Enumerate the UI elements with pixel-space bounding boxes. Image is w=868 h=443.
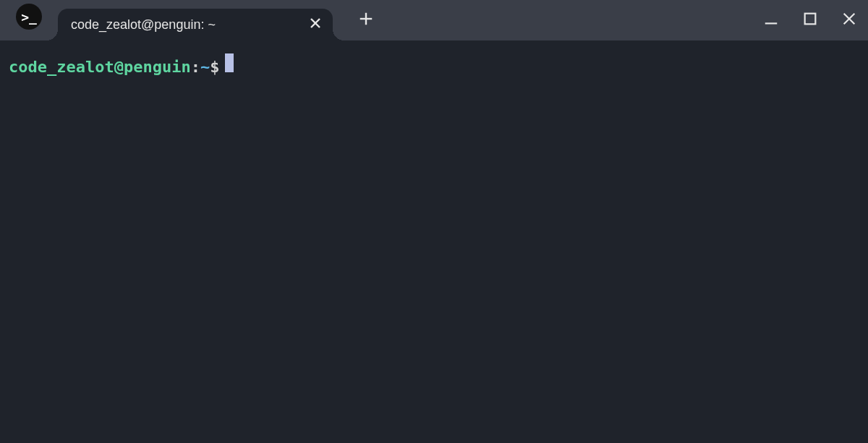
tab-active[interactable]: code_zealot@penguin: ~ [58,9,333,40]
close-icon [310,17,321,33]
title-bar: >_ code_zealot@penguin: ~ [0,0,868,40]
prompt-user-host: code_zealot@penguin [9,56,191,78]
minimize-icon [763,11,779,30]
text-cursor [225,53,234,72]
window-maximize-button[interactable] [800,10,820,30]
new-tab-button[interactable] [352,6,380,35]
tab-title: code_zealot@penguin: ~ [71,17,216,33]
close-icon [841,11,857,30]
window-minimize-button[interactable] [761,10,781,30]
window-controls [761,0,859,40]
prompt-symbol: $ [210,56,219,78]
terminal-pane[interactable]: code_zealot@penguin:~$ [0,40,868,443]
terminal-app-icon-glyph: >_ [21,9,37,25]
prompt-line: code_zealot@penguin:~$ [9,53,859,78]
plus-icon [358,11,374,30]
svg-rect-5 [805,14,816,25]
tab-close-button[interactable] [307,16,324,33]
maximize-icon [802,11,818,30]
prompt-separator: : [191,56,200,78]
prompt-path: ~ [200,56,210,78]
terminal-app-icon: >_ [16,4,42,30]
window-close-button[interactable] [839,10,859,30]
tab-strip: code_zealot@penguin: ~ [58,0,380,40]
